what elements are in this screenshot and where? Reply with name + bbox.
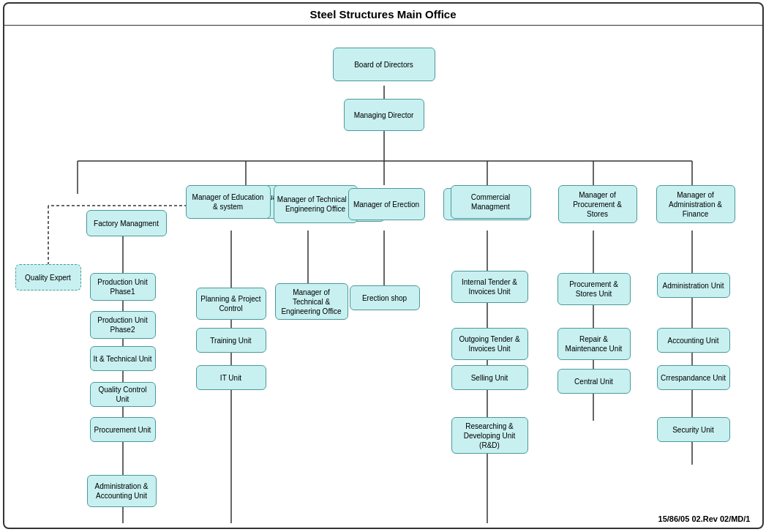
admin-accounting-node: Administration & Accounting Unit: [87, 475, 157, 507]
factory-mgmt-node: Factory Managment: [86, 210, 167, 236]
admin-unit-node: Administration Unit: [657, 273, 730, 298]
admin-finance-mgr-node: Manager of Administration & Finance: [656, 185, 735, 223]
board-node: Board of Directors: [333, 48, 435, 81]
it-unit-node: IT Unit: [196, 365, 266, 390]
erection-shop-node: Erection shop: [350, 285, 420, 310]
prod2-node: Production Unit Phase2: [90, 311, 156, 339]
repair-node: Repair & Maintenance Unit: [557, 328, 631, 360]
edu-mgr-node: Manager of Education & system: [186, 185, 271, 219]
procurement-mgr-node: Manager of Procurement & Stores: [558, 185, 637, 223]
it-tech-node: It & Technical Unit: [90, 346, 156, 371]
training-node: Training Unit: [196, 328, 266, 353]
central-node: Central Unit: [557, 369, 631, 394]
internal-tender-node: Internal Tender & Invoices Unit: [451, 271, 528, 303]
footer: 15/86/05 02.Rev 02/MD/1: [658, 514, 751, 523]
security-node: Security Unit: [657, 417, 730, 442]
procurement-unit-node: Procurement Unit: [90, 417, 156, 442]
page-border: Steel Structures Main Office: [3, 2, 764, 529]
accounting-unit-node: Accounting Unit: [657, 328, 730, 353]
correspondence-node: Crrespandance Unit: [657, 365, 730, 390]
quality-expert-node: Quality Expert: [15, 264, 81, 291]
managing-director-node: Managing Director: [344, 99, 424, 131]
proc-stores-node: Procurement & Stores Unit: [557, 273, 631, 305]
rnd-node: Researching & Developing Unit (R&D): [451, 417, 528, 454]
commercial-mgmt-node: Commercial Managment: [451, 185, 531, 219]
tech-eng-office-node: Manager of Technical & Engineering Offic…: [275, 283, 348, 320]
tech-eng-mgr-node: Manager of Technical & Engineering Offic…: [274, 185, 358, 223]
page-title: Steel Structures Main Office: [4, 4, 762, 26]
outgoing-tender-node: Outgoing Tender & Invoices Unit: [451, 328, 528, 360]
org-chart: Board of Directors Managing Director Man…: [4, 26, 762, 528]
erection-mgr-node: Manager of Erection: [348, 188, 425, 220]
prod1-node: Production Unit Phase1: [90, 273, 156, 301]
quality-ctrl-node: Quality Control Unit: [90, 382, 156, 407]
selling-node: Selling Unit: [451, 365, 528, 390]
planning-node: Planning & Project Control: [196, 288, 266, 320]
